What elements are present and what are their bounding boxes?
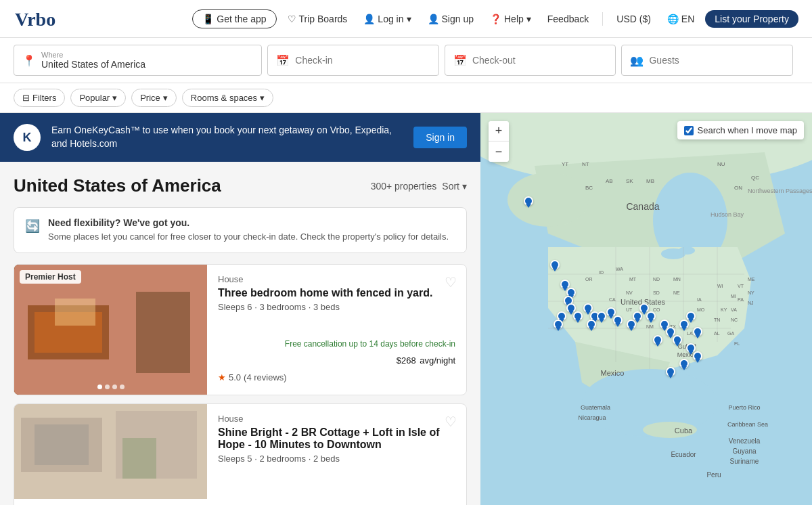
- map-pin[interactable]: [693, 351, 702, 361]
- calendar-icon: 📅: [276, 54, 290, 67]
- log-in-label: Log in: [378, 14, 403, 24]
- popular-label: Popular: [79, 93, 110, 103]
- zoom-in-button[interactable]: +: [489, 121, 509, 141]
- language-icon: 🌐: [667, 14, 679, 24]
- trip-boards-button[interactable]: ♡ Trip Boards: [282, 9, 353, 28]
- svg-rect-6: [55, 299, 95, 326]
- dot-1[interactable]: [97, 385, 102, 389]
- chevron-down-icon-rooms: ▾: [260, 93, 265, 103]
- dot-2[interactable]: [105, 385, 110, 389]
- svg-rect-5: [136, 292, 190, 373]
- map-pin[interactable]: [606, 307, 616, 317]
- divider: [602, 12, 603, 26]
- site-header: Vrbo 📱 Get the app ♡ Trip Boards 👤 Log i…: [0, 0, 812, 38]
- rooms-spaces-button[interactable]: Rooms & spaces ▾: [182, 89, 273, 107]
- log-in-button[interactable]: 👤 Log in ▾: [358, 9, 416, 28]
- help-label: Help: [504, 14, 524, 24]
- rating: ★ 5.0 (4 reviews): [218, 372, 455, 382]
- filters-label: Filters: [32, 93, 56, 103]
- map-pin[interactable]: [686, 343, 696, 353]
- guests-input[interactable]: [649, 55, 784, 66]
- language-button[interactable]: 🌐 EN: [662, 9, 700, 28]
- currency-button[interactable]: USD ($): [611, 9, 656, 28]
- popular-button[interactable]: Popular ▾: [70, 89, 126, 107]
- filter-icon: ⊟: [22, 93, 30, 103]
- search-when-move-toggle[interactable]: Search when I move map: [677, 121, 804, 139]
- card-image: Premier Host: [14, 265, 207, 395]
- zoom-out-button[interactable]: −: [489, 141, 509, 162]
- trip-boards-label: Trip Boards: [299, 14, 348, 24]
- search-move-checkbox-wrap[interactable]: Search when I move map: [684, 125, 797, 135]
- guests-field[interactable]: 👥: [621, 45, 793, 76]
- flex-content: Need flexibility? We've got you. Some pl…: [48, 217, 449, 243]
- listing-meta: 300+ properties Sort ▾: [371, 181, 467, 192]
- where-input[interactable]: [41, 59, 160, 70]
- favorite-button[interactable]: ♡: [445, 274, 457, 290]
- main-layout: K Earn OneKeyCash™ to use when you book …: [0, 113, 812, 505]
- promo-text: Earn OneKeyCash™ to use when you book yo…: [51, 124, 403, 150]
- get-app-label: Get the app: [217, 14, 266, 24]
- premier-host-badge: Premier Host: [20, 270, 81, 284]
- sort-button[interactable]: Sort ▾: [442, 181, 467, 192]
- dot-4[interactable]: [120, 385, 125, 389]
- map-pin[interactable]: [524, 196, 533, 206]
- property-card[interactable]: ♡ House Shine Bright - 2 BR Cottage + Lo…: [14, 403, 467, 505]
- feedback-button[interactable]: Feedback: [542, 9, 594, 28]
- help-button[interactable]: ❓ Help ▾: [484, 9, 537, 28]
- map-pin[interactable]: [666, 367, 675, 376]
- sign-up-label: Sign up: [442, 14, 474, 24]
- map-zoom-controls: + −: [489, 121, 509, 162]
- property-card[interactable]: Premier Host ♡ House Three bedroom home …: [14, 264, 467, 395]
- map-pin[interactable]: [693, 327, 702, 336]
- map-pin[interactable]: [653, 335, 662, 345]
- map-pin[interactable]: [639, 303, 649, 313]
- map-pin[interactable]: [554, 320, 563, 329]
- where-field[interactable]: 📍 Where: [14, 45, 262, 76]
- get-app-button[interactable]: 📱 Get the app: [192, 9, 276, 28]
- map-pin[interactable]: [573, 311, 583, 321]
- map-pin[interactable]: [550, 260, 560, 269]
- filters-bar: ⊟ Filters Popular ▾ Price ▾ Rooms & spac…: [0, 83, 812, 113]
- map-pin[interactable]: [583, 303, 593, 313]
- checkout-input[interactable]: [472, 55, 608, 66]
- user-plus-icon: 👤: [428, 14, 439, 24]
- favorite-button-2[interactable]: ♡: [445, 414, 457, 430]
- logo[interactable]: Vrbo: [14, 7, 62, 31]
- currency-label: USD ($): [616, 14, 651, 24]
- list-property-button[interactable]: List your Property: [705, 10, 798, 28]
- heart-icon: ♡: [288, 14, 296, 24]
- sign-up-button[interactable]: 👤 Sign up: [422, 9, 479, 28]
- image-dots: [97, 385, 125, 389]
- chevron-down-icon-price: ▾: [163, 93, 168, 103]
- search-bar: 📍 Where 📅 📅 👥: [0, 38, 812, 83]
- map-container[interactable]: Canada United States Mexico Cuba Guatema…: [480, 113, 812, 505]
- map-pin[interactable]: [587, 320, 596, 329]
- search-move-checkbox[interactable]: [684, 126, 694, 135]
- map-pin[interactable]: [679, 359, 689, 368]
- one-key-icon: K: [14, 124, 41, 151]
- property-details: Sleeps 6 · 3 bedrooms · 3 beds: [218, 302, 455, 312]
- refresh-icon: 🔄: [25, 219, 40, 234]
- map-pin[interactable]: [646, 311, 656, 321]
- guests-icon: 👥: [630, 54, 644, 67]
- checkout-field[interactable]: 📅: [445, 45, 616, 76]
- dot-3[interactable]: [112, 385, 117, 389]
- price-button[interactable]: Price ▾: [131, 89, 177, 107]
- property-title: Three bedroom home with fenced in yard.: [218, 287, 455, 299]
- promo-sign-in-button[interactable]: Sign in: [413, 127, 467, 148]
- map-pin[interactable]: [597, 311, 606, 321]
- card-info: ♡ House Shine Bright - 2 BR Cottage + Lo…: [207, 404, 466, 505]
- checkin-input[interactable]: [295, 55, 430, 66]
- user-icon: 👤: [363, 14, 375, 24]
- promo-banner: K Earn OneKeyCash™ to use when you book …: [0, 113, 480, 162]
- chevron-down-icon: ▾: [407, 14, 411, 24]
- property-title-2: Shine Bright - 2 BR Cottage + Loft in Is…: [218, 426, 455, 451]
- map-pin[interactable]: [613, 315, 623, 325]
- card-info: ♡ House Three bedroom home with fenced i…: [207, 265, 466, 395]
- checkin-field[interactable]: 📅: [267, 45, 439, 76]
- property-type-2: House: [218, 414, 455, 424]
- rating-value: 5.0: [229, 372, 241, 382]
- map-pin[interactable]: [673, 335, 682, 345]
- map-pin[interactable]: [686, 311, 696, 321]
- filters-button[interactable]: ⊟ Filters: [14, 89, 65, 107]
